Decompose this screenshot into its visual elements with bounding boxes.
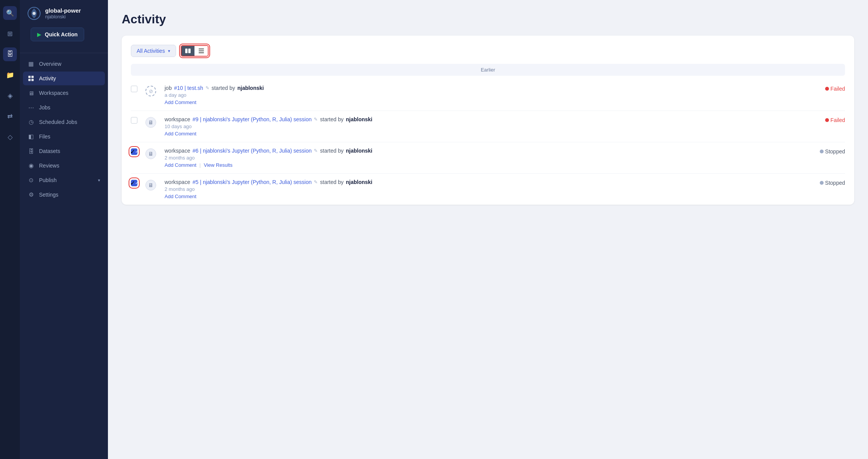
section-earlier: Earlier	[131, 64, 845, 76]
username: njablonski	[45, 14, 81, 20]
sidebar-divider	[20, 53, 108, 53]
sidebar-item-label: Workspaces	[39, 90, 69, 96]
svg-rect-7	[188, 49, 191, 53]
activity-checkbox[interactable]: ✓	[131, 180, 137, 186]
sidebar-item-files[interactable]: ◧ Files	[23, 130, 105, 143]
left-icon-arrows[interactable]: ⇄	[3, 109, 17, 123]
activity-checkbox[interactable]: ✓	[131, 148, 137, 155]
add-comment-link[interactable]: Add Comment	[165, 162, 196, 168]
stopped-dot	[820, 181, 824, 185]
activity-icon-col: 🖥	[145, 116, 159, 128]
svg-rect-4	[28, 79, 31, 81]
status-badge: Failed	[825, 117, 845, 123]
edit-icon[interactable]: ✎	[314, 179, 318, 185]
logo-icon	[28, 7, 41, 20]
checkbox-col	[131, 85, 140, 92]
quick-action-label: Quick Action	[45, 31, 78, 37]
datasets-icon: 🗄	[28, 148, 34, 155]
activity-list: ⊘ job #10 | test.sh ✎ started by njablon…	[131, 80, 845, 205]
activity-time: 10 days ago	[165, 124, 805, 129]
monitor-icon: 🖥	[145, 117, 156, 128]
view-toggle-grid[interactable]	[195, 46, 208, 56]
main-content: Activity All Activities ▾ Earlier	[108, 0, 868, 459]
svg-rect-3	[31, 76, 34, 78]
left-icon-search[interactable]: 🔍	[3, 6, 17, 20]
sidebar-item-settings[interactable]: ⚙ Settings	[23, 188, 105, 202]
status-col: Failed	[811, 85, 845, 92]
sidebar-item-publish[interactable]: ⊙ Publish ▾	[23, 173, 105, 187]
filter-label: All Activities	[137, 48, 165, 54]
sidebar-item-label: Activity	[39, 75, 56, 81]
checkbox-col: ✓	[131, 148, 140, 155]
reviews-icon: ◉	[28, 162, 34, 169]
activity-checkbox[interactable]	[131, 117, 137, 124]
sidebar-item-label: Datasets	[39, 148, 60, 154]
left-icon-database[interactable]: 🗄	[3, 47, 17, 61]
activity-icon-col: 🖥	[145, 148, 159, 159]
sidebar-item-scheduled-jobs[interactable]: ◷ Scheduled Jobs	[23, 115, 105, 129]
sidebar-item-label: Overview	[39, 61, 61, 67]
status-badge: Failed	[825, 86, 845, 92]
activity-type: workspace	[165, 179, 190, 185]
sidebar-logo: global-power njablonski	[20, 0, 108, 24]
add-comment-link[interactable]: Add Comment	[165, 131, 196, 137]
activity-content: workspace #5 | njablonski's Jupyter (Pyt…	[165, 179, 805, 199]
activity-link[interactable]: #5 | njablonski's Jupyter (Python, R, Ju…	[193, 179, 312, 185]
stopped-dot	[820, 150, 824, 153]
scheduled-jobs-icon: ◷	[28, 119, 34, 125]
sidebar-item-datasets[interactable]: 🗄 Datasets	[23, 144, 105, 158]
activity-content: job #10 | test.sh ✎ started by njablonsk…	[165, 85, 805, 105]
quick-action-button[interactable]: ▶ Quick Action	[31, 28, 84, 41]
spinner-icon: ⊘	[145, 86, 156, 96]
table-row: ⊘ job #10 | test.sh ✎ started by njablon…	[131, 80, 845, 111]
activity-checkbox[interactable]	[131, 86, 137, 92]
view-results-link[interactable]: View Results	[204, 162, 232, 168]
filter-chevron-icon: ▾	[168, 49, 170, 54]
all-activities-dropdown[interactable]: All Activities ▾	[131, 45, 176, 57]
view-toggle-list[interactable]	[181, 46, 195, 56]
sidebar-item-activity[interactable]: Activity	[23, 72, 105, 85]
activity-link[interactable]: #10 | test.sh	[174, 85, 203, 91]
sidebar-item-label: Settings	[39, 192, 59, 198]
activity-type: workspace	[165, 148, 190, 154]
activity-actions: Add Comment	[165, 131, 805, 137]
edit-icon[interactable]: ✎	[314, 148, 318, 153]
publish-icon: ⊙	[28, 177, 34, 184]
filter-bar: All Activities ▾	[131, 45, 845, 57]
activity-title-row: workspace #9 | njablonski's Jupyter (Pyt…	[165, 116, 805, 122]
sidebar-item-label: Scheduled Jobs	[39, 119, 77, 125]
left-icon-cube[interactable]: ◈	[3, 89, 17, 103]
activity-title-row: job #10 | test.sh ✎ started by njablonsk…	[165, 85, 805, 91]
svg-rect-5	[31, 79, 34, 81]
activity-link[interactable]: #9 | njablonski's Jupyter (Python, R, Ju…	[193, 116, 312, 122]
edit-icon[interactable]: ✎	[206, 85, 209, 91]
activity-title-row: workspace #6 | njablonski's Jupyter (Pyt…	[165, 148, 805, 154]
files-icon: ◧	[28, 133, 34, 140]
view-toggle[interactable]	[181, 45, 209, 57]
sidebar-item-overview[interactable]: ▦ Overview	[23, 57, 105, 71]
sidebar-item-jobs[interactable]: ⋯ Jobs	[23, 101, 105, 114]
activity-content: workspace #9 | njablonski's Jupyter (Pyt…	[165, 116, 805, 137]
sidebar-item-reviews[interactable]: ◉ Reviews	[23, 159, 105, 173]
add-comment-link[interactable]: Add Comment	[165, 99, 196, 105]
overview-icon: ▦	[28, 60, 34, 67]
left-icon-tag[interactable]: ◇	[3, 130, 17, 144]
add-comment-link[interactable]: Add Comment	[165, 194, 196, 199]
left-icon-bar: 🔍 ⊞ 🗄 📁 ◈ ⇄ ◇	[0, 0, 20, 459]
activity-icon	[28, 75, 34, 82]
failed-dot	[825, 87, 829, 91]
edit-icon[interactable]: ✎	[314, 117, 318, 122]
sidebar-item-workspaces[interactable]: 🖥 Workspaces	[23, 86, 105, 100]
svg-rect-2	[28, 76, 31, 78]
activity-actions: Add Comment	[165, 99, 805, 105]
status-col: Stopped	[811, 148, 845, 155]
activity-time: a day ago	[165, 92, 805, 98]
org-name: global-power	[45, 7, 81, 14]
status-col: Stopped	[811, 179, 845, 186]
activity-user: njablonski	[237, 85, 264, 91]
left-icon-grid[interactable]: ⊞	[3, 27, 17, 41]
jobs-icon: ⋯	[28, 104, 34, 111]
left-icon-folder[interactable]: 📁	[3, 68, 17, 82]
activity-started: started by	[212, 85, 235, 91]
activity-link[interactable]: #6 | njablonski's Jupyter (Python, R, Ju…	[193, 148, 312, 154]
